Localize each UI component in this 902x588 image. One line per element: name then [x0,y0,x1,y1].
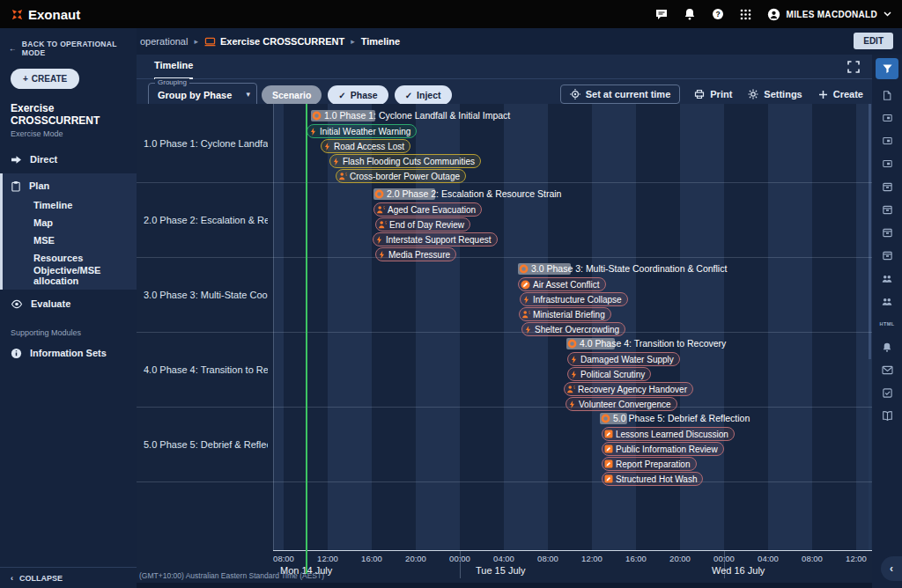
rightbar-card-icon[interactable] [880,111,894,125]
rightbar-people-icon[interactable] [880,271,894,285]
rightbar-filter-icon[interactable] [876,58,898,79]
back-to-operational-mode-button[interactable]: ← BACK TO OPERATIONAL MODE [9,40,137,57]
main-panel: Timeline Grouping Group by Phase ▾ Scena… [137,55,872,583]
sidebar-item-direct[interactable]: Direct [0,149,137,170]
note-icon [604,459,613,468]
caret-down-icon: ▾ [246,90,250,99]
rightbar-archive-icon[interactable] [880,202,894,217]
axis-tick: 00:00 [706,554,742,563]
inject-media-pressure[interactable]: Media Pressure [375,247,456,261]
axis-tick: 20:00 [398,554,433,563]
breadcrumb-item-exercise-crosscurrent[interactable]: Exercise CROSSCURRENT [204,36,344,47]
inject-road-access-lost[interactable]: Road Access Lost [321,139,410,153]
donut-icon [374,189,384,199]
exonaut-logo-icon [11,8,24,21]
gear-icon [748,89,758,99]
sidebar-item-mse[interactable]: MSE [3,232,137,249]
rightbar-archive-icon[interactable] [880,180,894,194]
group-label-3-0-phase-3-multi-state-coordination-conflict: 3.0 Phase 3: Multi-State Coordination... [137,257,268,332]
inject-recovery-agency-handover[interactable]: Recovery Agency Handover [564,382,693,396]
sidebar-item-evaluate[interactable]: Evaluate [0,293,137,314]
bell-icon[interactable] [684,8,696,20]
inject-cross-border-power-outage[interactable]: Cross-border Power Outage [336,169,466,183]
inject-volunteer-convergence[interactable]: Volunteer Convergence [566,397,677,411]
set-at-current-time-button[interactable]: Set at current time [560,85,681,104]
inject-initial-weather-warning[interactable]: Initial Weather Warning [307,124,417,138]
inject-public-information-review[interactable]: Public Information Review [602,442,724,456]
tab-timeline[interactable]: Timeline [154,60,193,79]
sidebar-item-information-sets[interactable]: Information Sets [0,342,137,364]
sidebar-item-objective-mse-allocation[interactable]: Objective/MSE allocation [3,267,137,284]
rightbar-people-icon[interactable] [880,294,894,308]
edit-button[interactable]: EDIT [854,33,893,49]
phase-bar-5-0-phase-5-debrief-reflection[interactable]: 5.0 Phase 5: Debrief & Reflection [600,413,627,424]
chip-inject[interactable]: ✓Inject [395,85,452,105]
chip-scenario[interactable]: Scenario [262,85,322,105]
rightbar-card-icon[interactable] [880,134,894,148]
rightbar-document-icon[interactable] [880,88,894,102]
inject-interstate-support-request[interactable]: Interstate Support Request [373,232,498,246]
print-button[interactable]: Print [692,85,734,103]
laptop-icon [204,37,216,47]
inject-damaged-water-supply[interactable]: Damaged Water Supply [567,352,680,366]
inject-structured-hot-wash[interactable]: Structured Hot Wash [602,472,703,486]
settings-button[interactable]: Settings [746,85,803,103]
breadcrumb-item-timeline[interactable]: Timeline [361,36,400,47]
sidebar-item-map[interactable]: Map [3,214,137,232]
phase-bar-2-0-phase-2-escalation-resource-strain[interactable]: 2.0 Phase 2: Escalation & Resource Strai… [373,188,435,200]
create-button[interactable]: + CREATE [11,69,79,89]
bolt-icon [375,235,383,245]
apps-grid-icon[interactable] [740,9,751,20]
rightbar-bell-icon[interactable] [880,340,894,354]
collapse-right-panel-button[interactable]: ‹ [881,556,902,581]
label-chart-divider [273,104,274,550]
donut-icon [567,339,577,349]
axis-tick: 12:00 [839,554,872,563]
group-label-1-0-phase-1-cyclone-landfall-initial-impact: 1.0 Phase 1: Cyclone Landfall & Initia..… [137,104,268,182]
phase-bar-3-0-phase-3-multi-state-coordination-conflict[interactable]: 3.0 Phase 3: Multi-State Coordination & … [518,263,571,275]
inject-air-asset-conflict[interactable]: Air Asset Conflict [518,277,606,291]
scrollbar-thumb[interactable] [869,104,871,359]
rightbar-book-icon[interactable] [880,408,894,423]
person-icon [521,310,530,319]
rightbar-mail-icon[interactable] [880,363,894,377]
rightbar-archive-icon[interactable] [880,248,894,262]
inject-ministerial-briefing[interactable]: Ministerial Briefing [519,307,611,321]
rightbar-note-check-icon[interactable] [880,386,894,400]
inject-aged-care-evacuation[interactable]: Aged Care Evacuation [373,202,482,217]
rightbar-card-icon[interactable] [880,157,894,171]
inject-report-preparation[interactable]: Report Preparation [602,457,697,471]
rightbar-archive-icon[interactable] [880,225,894,239]
fullscreen-icon[interactable] [847,61,860,73]
inject-lessons-learned-discussion[interactable]: Lessons Learned Discussion [602,427,735,441]
user-menu[interactable]: MILES MACDONALD [767,8,891,21]
sidebar-item-resources[interactable]: Resources [3,249,137,267]
inject-shelter-overcrowding[interactable]: Shelter Overcrowding [521,322,625,336]
row-separator [137,182,872,183]
donut-icon [312,111,322,121]
help-icon[interactable]: ? [712,8,724,20]
right-sidebar: HTML [872,55,902,588]
chip-phase[interactable]: ✓Phase [328,85,388,105]
create-button[interactable]: Create [817,85,865,103]
row-separator [137,407,872,408]
sidebar-item-plan[interactable]: Plan [3,175,137,196]
bolt-icon [524,325,532,334]
breadcrumb-item-operational[interactable]: operational [140,36,188,47]
phase-bar-4-0-phase-4-transition-to-recovery[interactable]: 4.0 Phase 4: Transition to Recovery [566,338,615,349]
axis-tick: 00:00 [442,554,477,563]
toolbar-actions: Set at current timePrintSettingsCreate [560,85,865,104]
inject-infrastructure-collapse[interactable]: Infrastructure Collapse [520,292,628,306]
breadcrumb-arrow-icon: ▸ [194,37,198,46]
person-icon [376,205,385,214]
sidebar-item-timeline[interactable]: Timeline [3,196,137,214]
rightbar-html-icon[interactable]: HTML [880,317,894,331]
chat-icon[interactable] [655,9,668,20]
inject-end-of-day-review[interactable]: End of Day Review [375,217,470,232]
phase-bar-1-0-phase-1-cyclone-landfall-initial-impact[interactable]: 1.0 Phase 1: Cyclone Landfall & Initial … [311,110,375,121]
inject-political-scrutiny[interactable]: Political Scrutiny [567,367,651,381]
collapse-sidebar-button[interactable]: ‹ COLLAPSE [0,567,137,588]
inject-flash-flooding-cuts-communities[interactable]: Flash Flooding Cuts Communities [329,154,481,168]
back-arrow-icon: ← [9,44,17,53]
bolt-icon [378,250,386,260]
